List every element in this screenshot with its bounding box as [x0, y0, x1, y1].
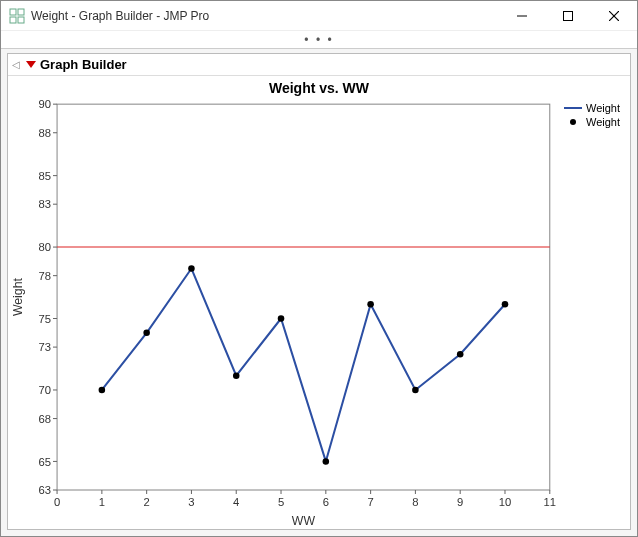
svg-text:6: 6: [323, 496, 329, 508]
legend-item-line[interactable]: Weight: [564, 102, 626, 114]
svg-text:85: 85: [38, 170, 50, 182]
svg-rect-2: [10, 17, 16, 23]
legend-dot-label: Weight: [586, 116, 620, 128]
svg-text:5: 5: [278, 496, 284, 508]
svg-text:83: 83: [38, 198, 50, 210]
maximize-button[interactable]: [545, 1, 591, 31]
panel-title: Graph Builder: [40, 57, 127, 72]
panel-header: ◁ Graph Builder: [8, 54, 630, 76]
app-window: Weight - Graph Builder - JMP Pro • • • ◁…: [0, 0, 638, 537]
svg-rect-5: [564, 11, 573, 20]
titlebar: Weight - Graph Builder - JMP Pro: [1, 1, 637, 31]
window-title: Weight - Graph Builder - JMP Pro: [31, 9, 209, 23]
svg-rect-8: [57, 104, 550, 490]
data-point[interactable]: [412, 387, 419, 394]
svg-text:68: 68: [38, 413, 50, 425]
y-axis-label: Weight: [11, 277, 25, 316]
legend-item-dot[interactable]: Weight: [564, 116, 626, 128]
graph-builder-panel: ◁ Graph Builder Weight vs. WW 6365687073…: [7, 53, 631, 530]
data-point[interactable]: [502, 301, 509, 308]
legend-dot-swatch: [564, 119, 582, 125]
data-point[interactable]: [233, 372, 240, 379]
svg-text:90: 90: [38, 98, 50, 110]
data-point[interactable]: [188, 265, 195, 272]
svg-text:7: 7: [367, 496, 373, 508]
svg-rect-0: [10, 9, 16, 15]
app-icon: [9, 8, 25, 24]
svg-text:3: 3: [188, 496, 194, 508]
data-point[interactable]: [323, 458, 330, 465]
data-point[interactable]: [143, 330, 150, 337]
svg-text:8: 8: [412, 496, 418, 508]
svg-text:75: 75: [38, 313, 50, 325]
svg-rect-1: [18, 9, 24, 15]
disclosure-triangle-icon[interactable]: ◁: [12, 59, 22, 70]
red-triangle-icon[interactable]: [26, 61, 36, 68]
close-button[interactable]: [591, 1, 637, 31]
svg-rect-3: [18, 17, 24, 23]
svg-text:88: 88: [38, 127, 50, 139]
svg-text:10: 10: [499, 496, 511, 508]
data-point[interactable]: [457, 351, 464, 358]
svg-text:63: 63: [38, 484, 50, 496]
legend-line-swatch: [564, 107, 582, 109]
svg-text:11: 11: [544, 496, 556, 508]
svg-text:80: 80: [38, 241, 50, 253]
chart-container: Weight vs. WW 63656870737578808385889001…: [8, 76, 630, 529]
svg-text:0: 0: [54, 496, 60, 508]
svg-text:73: 73: [38, 341, 50, 353]
data-point[interactable]: [278, 315, 285, 322]
svg-text:65: 65: [38, 456, 50, 468]
content-area: ◁ Graph Builder Weight vs. WW 6365687073…: [1, 49, 637, 536]
svg-text:4: 4: [233, 496, 239, 508]
legend-line-label: Weight: [586, 102, 620, 114]
data-point[interactable]: [99, 387, 106, 394]
svg-text:9: 9: [457, 496, 463, 508]
menu-strip-dots[interactable]: • • •: [1, 31, 637, 49]
chart-title: Weight vs. WW: [8, 76, 630, 98]
svg-text:78: 78: [38, 270, 50, 282]
data-point[interactable]: [367, 301, 374, 308]
svg-text:70: 70: [38, 384, 50, 396]
svg-text:2: 2: [144, 496, 150, 508]
x-axis-label: WW: [292, 514, 316, 528]
legend: Weight Weight: [560, 98, 630, 529]
svg-text:1: 1: [99, 496, 105, 508]
minimize-button[interactable]: [499, 1, 545, 31]
plot-area[interactable]: 63656870737578808385889001234567891011WW…: [8, 98, 560, 529]
